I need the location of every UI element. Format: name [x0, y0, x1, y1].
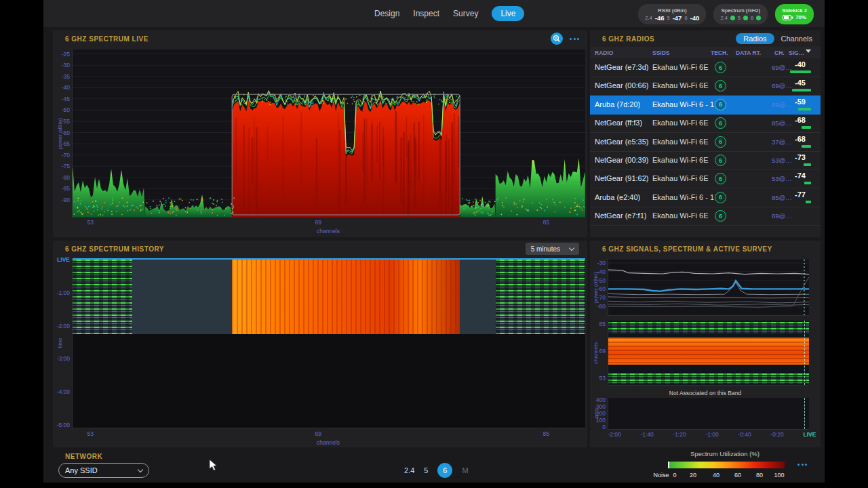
rtt-live-cursor	[804, 398, 805, 429]
rssi-title: RSSI (dBm)	[658, 7, 687, 14]
signal-bar	[806, 201, 811, 203]
survey-waterfall-plot[interactable]	[608, 321, 809, 386]
axis-tick: -55	[62, 118, 70, 125]
column-header[interactable]: RADIO	[595, 49, 613, 56]
band-button-M[interactable]: M	[462, 466, 468, 474]
axis-tick: -80	[62, 174, 70, 181]
tab-live[interactable]: Live	[492, 6, 524, 21]
axis-tick: 85	[543, 430, 549, 437]
axis-tick: -1:00	[57, 289, 70, 296]
spectrum-live-plot[interactable]	[72, 49, 585, 218]
axis-tick: -45	[62, 96, 70, 102]
legend-tick: 20	[690, 472, 696, 479]
radio-channel: 69@…	[772, 212, 792, 220]
spectrum-live-chart[interactable]: -25-30-35-40-45-50-55-60-65-70-75-80-85-…	[53, 47, 587, 237]
axis-tick: -25	[62, 51, 70, 58]
column-header[interactable]: TECH.	[711, 49, 728, 56]
axis-tick: -40	[597, 268, 606, 275]
axis-tick: -90	[62, 197, 70, 203]
band-button-5[interactable]: 5	[424, 466, 428, 474]
survey-channels-axis-label: channels	[593, 342, 599, 363]
rssi-band-label: 6	[684, 14, 687, 22]
main-nav: DesignInspectSurveyLive	[374, 0, 524, 27]
axis-tick: -4:00	[57, 388, 70, 395]
radio-ssid: Ekahau Wi-Fi 6E	[652, 138, 709, 146]
axis-tick: 85	[599, 321, 606, 327]
sort-descending-icon[interactable]	[806, 49, 811, 53]
radio-name: NetGear (e7:f1)	[595, 211, 646, 220]
band-button-2.4[interactable]: 2.4	[404, 466, 414, 474]
wifi6-tech-badge-icon: 6	[715, 155, 726, 166]
panel-live-header: 6 GHZ SPECTRUM LIVE	[53, 30, 587, 47]
history-window-select[interactable]: 5 minutes	[526, 243, 579, 255]
signals-line-plot[interactable]	[608, 260, 809, 316]
legend-tick: 100	[774, 472, 784, 479]
table-row[interactable]: NetGear (e7:f1)Ekahau Wi-Fi 6E669@…	[590, 207, 821, 226]
radio-name: NetGear (e5:35)	[595, 138, 648, 146]
battery-icon	[783, 15, 793, 20]
wifi6-tech-badge-icon: 6	[715, 99, 726, 110]
panel-live-menu-dots-icon[interactable]	[570, 38, 579, 40]
axis-tick: -70	[597, 294, 606, 301]
signal-value: -73	[795, 153, 806, 161]
radio-ssid: Ekahau Wi-Fi 6E	[652, 63, 709, 71]
table-row[interactable]: Aruba (7d:20)Ekahau Wi-Fi 6 - 1669@…-59	[590, 96, 821, 115]
legend-tick: 60	[734, 472, 741, 479]
survey-band-green	[608, 322, 809, 333]
tab-survey[interactable]: Survey	[453, 9, 478, 18]
panel-history-header: 6 GHZ SPECTRUM HISTORY 5 minutes	[53, 241, 587, 257]
table-row[interactable]: NetGear (e7:3d)Ekahau Wi-Fi 6E669@…-40	[590, 58, 821, 77]
signals-survey-charts[interactable]: -30-40-50-60-70-80power (dBm)856953chann…	[590, 257, 821, 447]
tab-design[interactable]: Design	[374, 9, 399, 18]
column-header[interactable]: SIG…	[789, 49, 804, 56]
signal-value: -74	[795, 171, 806, 180]
rssi-band-label: 5	[667, 14, 669, 22]
axis-tick: -2:00	[57, 323, 70, 329]
axis-tick: -5:00	[57, 422, 70, 428]
table-row[interactable]: NetGear (00:66)Ekahau Wi-Fi 6E669@…-45	[590, 77, 821, 96]
rtt-y-axis-label: RTT	[594, 408, 600, 418]
table-row[interactable]: Aruba (e2:40)Ekahau Wi-Fi 6 - 1685@…-77	[590, 188, 821, 207]
table-row[interactable]: NetGear (91:62)Ekahau Wi-Fi 6E653@…-74	[590, 169, 821, 188]
axis-tick: 53	[599, 375, 606, 382]
rssi-band-value: -40	[690, 14, 700, 22]
sidekick-toggle[interactable]: Sidekick 2 70%	[775, 4, 814, 24]
axis-tick: LIVE	[57, 256, 70, 263]
wifi6-tech-badge-icon: 6	[715, 62, 726, 73]
signal-value: -45	[795, 79, 806, 87]
signal-bar	[790, 70, 811, 73]
utilization-legend: Spectrum Utilization (%) Noise0204060801…	[657, 450, 793, 460]
radios-tab-radios[interactable]: Radios	[736, 33, 774, 44]
column-header[interactable]: DATA RT.	[736, 49, 761, 56]
legend-tick: 80	[756, 472, 763, 479]
radios-tab-channels[interactable]: Channels	[781, 35, 812, 43]
table-row[interactable]: NetGear (e5:35)Ekahau Wi-Fi 6E637@…-68	[590, 133, 821, 152]
radio-ssid: Ekahau Wi-Fi 6 - 1	[652, 100, 714, 108]
band-button-6[interactable]: 6	[437, 463, 452, 478]
spectrum-history-chart[interactable]: LIVE-1:00-2:00-3:00-4:00-5:00536985timec…	[53, 257, 587, 447]
utilization-gradient-bar	[668, 462, 785, 468]
panel-spectrum-live: 6 GHZ SPECTRUM LIVE -25-30-35-40-45-50-5…	[53, 30, 587, 237]
not-associated-note: Not Associated on this Band	[590, 390, 821, 396]
signal-bar	[798, 108, 811, 110]
history-band-orange	[232, 260, 460, 334]
table-row[interactable]: NetGear (00:39)Ekahau Wi-Fi 6E653@…-73	[590, 151, 821, 170]
radio-name: NetGear (91:62)	[595, 174, 648, 182]
column-header[interactable]: SSIDS	[652, 49, 670, 56]
panel-signals-header: 6 GHZ SIGNALS, SPECTRUM & ACTIVE SURVEY	[590, 241, 821, 257]
tab-inspect[interactable]: Inspect	[413, 9, 439, 18]
chevron-down-icon	[138, 466, 143, 472]
radio-channel: 37@…	[772, 138, 792, 146]
column-header[interactable]: CH.	[774, 49, 785, 56]
table-row[interactable]: NetGear (ff:f3)Ekahau Wi-Fi 6E685@…-68	[590, 114, 821, 133]
rtt-plot[interactable]	[608, 398, 809, 430]
magnifier-zoom-button[interactable]	[551, 33, 563, 45]
panel-live-title: 6 GHZ SPECTRUM LIVE	[65, 35, 149, 43]
radio-ssid: Ekahau Wi-Fi 6E	[652, 119, 709, 127]
legend-menu-dots-icon[interactable]	[797, 464, 807, 466]
spectrum-history-plot[interactable]	[72, 258, 585, 428]
ssid-select[interactable]: Any SSID	[58, 463, 149, 478]
axis-tick: -0:20	[770, 431, 783, 438]
app-window: DesignInspectSurveyLive RSSI (dBm) 2.4-4…	[43, 0, 825, 483]
axis-tick: 69	[315, 430, 321, 437]
